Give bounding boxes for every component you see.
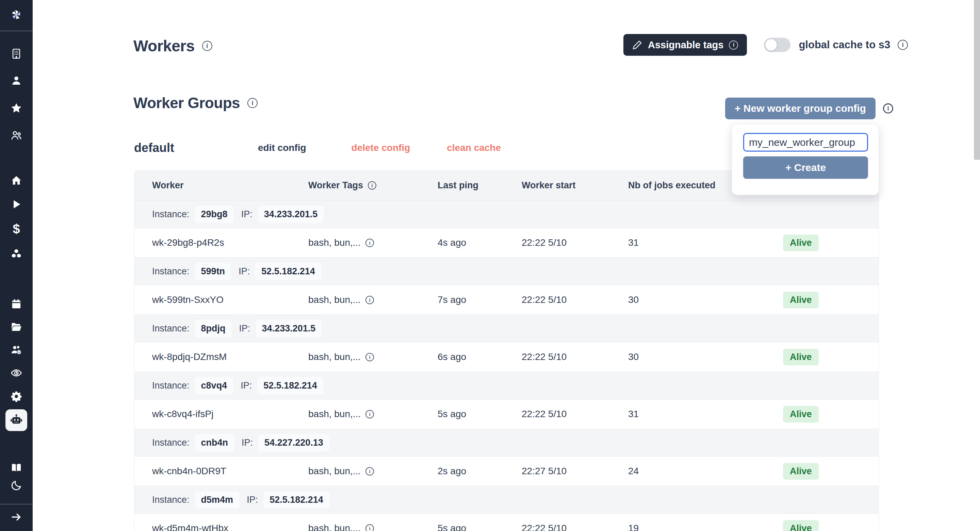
worker-groups-header: Worker Groups i bbox=[134, 95, 258, 111]
ip-label: IP: bbox=[239, 266, 250, 277]
users-cog-icon[interactable] bbox=[9, 342, 24, 357]
worker-table-body: Instance:29bg8IP:34.233.201.5wk-29bg8-p4… bbox=[134, 200, 878, 531]
worker-tags: bash, bun,...i bbox=[308, 295, 438, 305]
worker-tags: bash, bun,...i bbox=[308, 237, 438, 248]
worker-group-name-input[interactable] bbox=[743, 133, 868, 152]
new-worker-group-popup: + Create bbox=[732, 124, 879, 195]
info-icon[interactable]: i bbox=[366, 524, 374, 531]
worker-start: 22:22 5/10 bbox=[522, 409, 628, 420]
instance-label: Instance: bbox=[152, 323, 189, 334]
ip-label: IP: bbox=[242, 437, 253, 448]
jobs-executed: 31 bbox=[628, 409, 783, 420]
worker-name: wk-8pdjq-DZmsM bbox=[152, 352, 308, 362]
worker-row: wk-d5m4m-wtHbxbash, bun,...i5s ago22:22 … bbox=[134, 513, 878, 531]
building-icon[interactable] bbox=[9, 46, 24, 61]
dollar-icon[interactable]: $ bbox=[9, 221, 24, 236]
worker-tags: bash, bun,...i bbox=[308, 352, 438, 362]
folder-icon[interactable] bbox=[9, 320, 24, 334]
worker-groups-actions: + New worker group config i bbox=[725, 98, 893, 119]
instance-label: Instance: bbox=[152, 380, 189, 391]
worker-name: wk-29bg8-p4R2s bbox=[152, 237, 308, 248]
page-title: Workers bbox=[134, 37, 195, 55]
info-icon[interactable]: i bbox=[366, 296, 374, 304]
instance-ip-chip: 52.5.182.214 bbox=[255, 263, 321, 280]
play-icon[interactable] bbox=[9, 197, 24, 212]
page-header: Workers i bbox=[134, 37, 212, 55]
new-worker-group-config-button[interactable]: + New worker group config bbox=[725, 98, 875, 119]
worker-name: wk-d5m4m-wtHbx bbox=[152, 523, 308, 531]
edit-config-link[interactable]: edit config bbox=[258, 143, 306, 153]
toggle-knob bbox=[765, 39, 777, 51]
global-cache-toggle[interactable] bbox=[764, 38, 791, 52]
instance-row: Instance:29bg8IP:34.233.201.5 bbox=[134, 200, 878, 228]
worker-tags: bash, bun,...i bbox=[308, 409, 438, 420]
robot-icon[interactable] bbox=[5, 409, 27, 431]
create-button[interactable]: + Create bbox=[743, 156, 868, 179]
worker-groups-title: Worker Groups bbox=[134, 95, 240, 111]
status-badge: Alive bbox=[783, 463, 819, 480]
instance-label: Instance: bbox=[152, 209, 189, 220]
col-last-ping: Last ping bbox=[438, 180, 522, 191]
calendar-icon[interactable] bbox=[9, 296, 24, 311]
info-icon[interactable]: i bbox=[202, 41, 212, 51]
worker-name: wk-c8vq4-ifsPj bbox=[152, 409, 308, 420]
instance-label: Instance: bbox=[152, 266, 189, 277]
assignable-tags-label: Assignable tags bbox=[648, 40, 724, 51]
info-icon[interactable]: i bbox=[729, 40, 738, 50]
jobs-executed: 30 bbox=[628, 295, 783, 305]
instance-row: Instance:8pdjqIP:34.233.201.5 bbox=[134, 314, 878, 342]
info-icon[interactable]: i bbox=[366, 410, 374, 418]
jobs-executed: 30 bbox=[628, 352, 783, 362]
info-icon[interactable]: i bbox=[883, 103, 893, 114]
book-icon[interactable] bbox=[9, 460, 24, 475]
info-icon[interactable]: i bbox=[368, 181, 376, 190]
instance-id-chip: d5m4m bbox=[195, 491, 240, 509]
ip-label: IP: bbox=[241, 209, 253, 220]
group-name: default bbox=[134, 141, 258, 155]
instance-ip-chip: 52.5.182.214 bbox=[257, 377, 323, 394]
status-badge: Alive bbox=[783, 406, 819, 423]
status-badge: Alive bbox=[783, 292, 819, 308]
info-icon[interactable]: i bbox=[247, 98, 258, 108]
worker-tags: bash, bun,...i bbox=[308, 466, 438, 477]
assignable-tags-button[interactable]: Assignable tags i bbox=[624, 34, 747, 56]
eye-icon[interactable] bbox=[9, 365, 24, 380]
gear-icon[interactable] bbox=[9, 389, 24, 404]
worker-tags: bash, bun,...i bbox=[308, 523, 438, 531]
arrow-right-icon[interactable] bbox=[9, 510, 24, 525]
worker-name: wk-cnb4n-0DR9T bbox=[152, 466, 308, 477]
user-icon[interactable] bbox=[9, 73, 24, 88]
last-ping: 4s ago bbox=[438, 237, 522, 248]
star-icon[interactable] bbox=[9, 101, 24, 116]
worker-table: Worker Worker Tags i Last ping Worker st… bbox=[134, 170, 879, 531]
worker-name: wk-599tn-SxxYO bbox=[152, 295, 308, 305]
worker-row: wk-cnb4n-0DR9Tbash, bun,...i2s ago22:27 … bbox=[134, 456, 878, 486]
windmill-logo[interactable] bbox=[9, 8, 24, 22]
home-icon[interactable] bbox=[9, 173, 24, 188]
top-controls: Assignable tags i global cache to s3 i bbox=[624, 34, 908, 56]
ip-label: IP: bbox=[247, 495, 258, 505]
worker-start: 22:22 5/10 bbox=[522, 237, 628, 248]
moon-icon[interactable] bbox=[9, 478, 24, 493]
worker-row: wk-599tn-SxxYObash, bun,...i7s ago22:22 … bbox=[134, 285, 878, 314]
info-icon[interactable]: i bbox=[366, 467, 374, 476]
cubes-icon[interactable] bbox=[9, 246, 24, 262]
clean-cache-link[interactable]: clean cache bbox=[447, 143, 501, 153]
users-icon[interactable] bbox=[9, 128, 24, 143]
delete-config-link[interactable]: delete config bbox=[352, 143, 410, 153]
status-badge: Alive bbox=[783, 520, 819, 531]
sidebar-divider bbox=[0, 30, 33, 31]
status-badge: Alive bbox=[783, 349, 819, 365]
info-icon[interactable]: i bbox=[366, 353, 374, 361]
instance-id-chip: c8vq4 bbox=[195, 377, 234, 394]
worker-start: 22:27 5/10 bbox=[522, 466, 628, 477]
jobs-executed: 24 bbox=[628, 466, 783, 477]
instance-row: Instance:cnb4nIP:54.227.220.13 bbox=[134, 429, 878, 456]
instance-row: Instance:c8vq4IP:52.5.182.214 bbox=[134, 372, 878, 399]
sidebar-divider bbox=[0, 504, 33, 504]
instance-id-chip: cnb4n bbox=[195, 434, 234, 452]
vertical-scrollbar[interactable] bbox=[974, 0, 980, 160]
instance-row: Instance:d5m4mIP:52.5.182.214 bbox=[134, 486, 878, 513]
info-icon[interactable]: i bbox=[898, 40, 908, 50]
info-icon[interactable]: i bbox=[366, 239, 374, 247]
